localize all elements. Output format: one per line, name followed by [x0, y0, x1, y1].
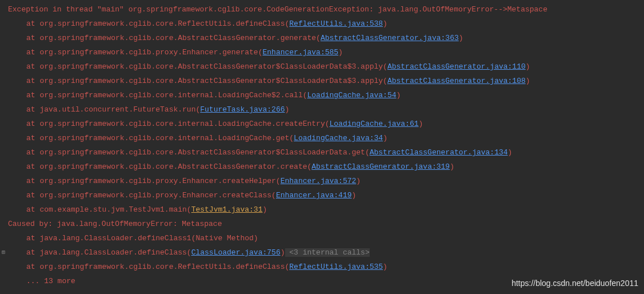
at-keyword: at	[26, 105, 39, 114]
source-link[interactable]: Enhancer.java:419	[276, 191, 352, 200]
frame-method: org.springframework.cglib.core.AbstractC…	[39, 34, 320, 42]
stack-frame: at org.springframework.cglib.core.Abstra…	[0, 59, 644, 74]
expand-icon[interactable]: ⊞	[2, 245, 5, 260]
source-link[interactable]: LoadingCache.java:54	[307, 91, 396, 100]
at-keyword: at	[26, 148, 39, 157]
frame-suffix: )	[526, 77, 530, 85]
frame-suffix: )	[338, 48, 343, 57]
stack-frame: at org.springframework.cglib.core.intern…	[0, 117, 644, 131]
at-keyword: at	[26, 120, 39, 128]
stack-frame: at org.springframework.cglib.core.intern…	[0, 131, 644, 145]
source-link[interactable]: AbstractClassGenerator.java:134	[370, 148, 508, 157]
caused-by-header: Caused by: java.lang.OutOfMemoryError: M…	[0, 217, 644, 231]
stack-frame: at java.lang.ClassLoader.defineClass(Cla…	[0, 245, 644, 260]
frame-method: org.springframework.cglib.core.internal.…	[39, 91, 307, 100]
source-link[interactable]: AbstractClassGenerator.java:108	[387, 77, 526, 85]
stack-frame: at org.springframework.cglib.core.Reflec…	[0, 17, 644, 31]
at-keyword: at	[26, 263, 39, 271]
at-keyword: at	[26, 91, 39, 100]
frame-method: org.springframework.cglib.core.internal.…	[39, 120, 329, 128]
at-keyword: at	[26, 77, 39, 85]
stack-frame: at org.springframework.cglib.core.intern…	[0, 88, 644, 102]
stack-frame: at org.springframework.cglib.proxy.Enhan…	[0, 188, 644, 202]
source-link[interactable]: Enhancer.java:572	[281, 177, 357, 185]
frame-suffix: )	[419, 120, 423, 128]
stack-frame: at com.example.stu.jvm.TestJvm1.main(Tes…	[0, 202, 644, 217]
internal-calls[interactable]: <3 internal calls>	[285, 248, 370, 257]
frame-method: org.springframework.cglib.proxy.Enhancer…	[39, 48, 262, 57]
frame-suffix: )	[459, 34, 463, 42]
watermark: https://blog.csdn.net/beiduofen2011	[511, 276, 638, 291]
at-keyword: at	[26, 234, 39, 243]
at-keyword: at	[26, 19, 39, 28]
stack-frame: at org.springframework.cglib.proxy.Enhan…	[0, 45, 644, 59]
stack-frame: at org.springframework.cglib.core.Abstra…	[0, 74, 644, 88]
frame-suffix: )	[352, 191, 357, 200]
source-link[interactable]: ClassLoader.java:756	[191, 248, 281, 257]
at-keyword: at	[26, 34, 39, 42]
frame-suffix: )	[450, 162, 454, 171]
stack-frame: at org.springframework.cglib.core.Abstra…	[0, 160, 644, 174]
frame-method: org.springframework.cglib.core.AbstractC…	[39, 162, 311, 171]
at-keyword: at	[26, 48, 39, 57]
at-keyword: at	[26, 62, 39, 71]
frame-suffix: )	[383, 134, 387, 142]
source-link[interactable]: ReflectUtils.java:538	[289, 19, 383, 28]
source-link[interactable]: LoadingCache.java:34	[294, 134, 383, 142]
frame-suffix: )	[383, 19, 387, 28]
source-link[interactable]: LoadingCache.java:61	[330, 120, 419, 128]
frame-method: org.springframework.cglib.core.ReflectUt…	[39, 263, 289, 271]
frame-method: java.lang.ClassLoader.defineClass(	[39, 248, 191, 257]
source-link[interactable]: AbstractClassGenerator.java:319	[311, 162, 450, 171]
frame-suffix: )	[262, 205, 267, 214]
frame-method: org.springframework.cglib.core.AbstractC…	[39, 148, 369, 157]
stack-frame: at org.springframework.cglib.core.Reflec…	[0, 260, 644, 274]
stack-frame: at org.springframework.cglib.core.Abstra…	[0, 145, 644, 160]
at-keyword: at	[26, 205, 39, 214]
frame-suffix: )	[508, 148, 513, 157]
at-keyword: at	[26, 134, 39, 142]
frame-suffix: )	[285, 105, 290, 114]
source-link[interactable]: AbstractClassGenerator.java:363	[321, 34, 459, 42]
frame-method: org.springframework.cglib.core.ReflectUt…	[39, 19, 289, 28]
exception-header: Exception in thread "main" org.springfra…	[0, 2, 644, 17]
at-keyword: at	[26, 162, 39, 171]
frame-method: java.lang.ClassLoader.defineClass1(Nativ…	[39, 234, 258, 243]
frame-method: org.springframework.cglib.core.AbstractC…	[39, 62, 387, 71]
stack-frame: at java.util.concurrent.FutureTask.run(F…	[0, 102, 644, 117]
source-link[interactable]: Enhancer.java:585	[262, 48, 338, 57]
stack-frame: at java.lang.ClassLoader.defineClass1(Na…	[0, 231, 644, 245]
frame-suffix: )	[281, 248, 285, 257]
frame-suffix: )	[383, 263, 387, 271]
frame-suffix: )	[356, 177, 361, 185]
frame-suffix: )	[526, 62, 530, 71]
source-link[interactable]: FutureTask.java:266	[200, 105, 285, 114]
frame-method: org.springframework.cglib.proxy.Enhancer…	[39, 177, 280, 185]
stack-frame: at org.springframework.cglib.proxy.Enhan…	[0, 174, 644, 188]
frame-method: com.example.stu.jvm.TestJvm1.main(	[39, 205, 191, 214]
frame-method: org.springframework.cglib.core.internal.…	[39, 134, 294, 142]
stack-frame: at org.springframework.cglib.core.Abstra…	[0, 31, 644, 45]
frame-method: java.util.concurrent.FutureTask.run(	[39, 105, 200, 114]
at-keyword: at	[26, 177, 39, 185]
at-keyword: at	[26, 248, 39, 257]
source-link[interactable]: AbstractClassGenerator.java:110	[387, 62, 526, 71]
at-keyword: at	[26, 191, 39, 200]
source-link[interactable]: ReflectUtils.java:535	[289, 263, 383, 271]
source-link[interactable]: TestJvm1.java:31	[191, 205, 263, 214]
frame-method: org.springframework.cglib.core.AbstractC…	[39, 77, 387, 85]
frame-method: org.springframework.cglib.proxy.Enhancer…	[39, 191, 275, 200]
frame-suffix: )	[397, 91, 401, 100]
